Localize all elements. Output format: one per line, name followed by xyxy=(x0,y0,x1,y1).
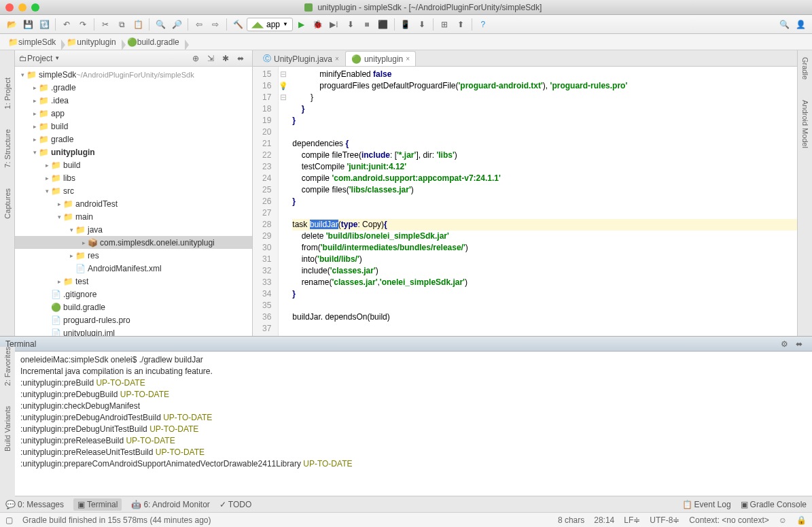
tree-node[interactable]: ▾📁simpleSdk ~/AndroidPluginForUnity/simp… xyxy=(15,68,252,81)
attach-icon[interactable]: ⬇ xyxy=(343,17,358,32)
left-tool-tabs: 1: Project 7: Structure Captures xyxy=(0,50,15,336)
cut-icon[interactable]: ✂ xyxy=(98,17,113,32)
tab-android-monitor[interactable]: 🤖 6: Android Monitor xyxy=(131,500,209,509)
status-line-ending[interactable]: LF≑ xyxy=(624,515,640,525)
tree-node[interactable]: 📄AndroidManifest.xml xyxy=(15,262,252,275)
tree-node[interactable]: ▾📁java xyxy=(15,223,252,236)
find-icon[interactable]: 🔍 xyxy=(153,17,168,32)
fold-column[interactable]: ⊟💡⊟ xyxy=(279,67,288,336)
replace-icon[interactable]: 🔎 xyxy=(169,17,184,32)
close-tab-icon[interactable]: × xyxy=(335,55,339,63)
stop-icon[interactable]: ■ xyxy=(359,17,374,32)
tree-node[interactable]: ▸📁build xyxy=(15,158,252,171)
terminal-output[interactable]: oneleideiMac:simpleSdk onelei$ ./gradlew… xyxy=(15,352,812,496)
project-tree[interactable]: ▾📁simpleSdk ~/AndroidPluginForUnity/simp… xyxy=(15,67,252,336)
collapse-icon[interactable]: ⇲ xyxy=(203,51,218,66)
tab-messages[interactable]: 💬 0: Messages xyxy=(5,500,64,509)
tab-project[interactable]: 1: Project xyxy=(3,78,12,109)
tab-todo[interactable]: ✓ TODO xyxy=(219,500,251,509)
tree-node[interactable]: 🟢build.gradle xyxy=(15,301,252,313)
debug-icon[interactable]: 🐞 xyxy=(311,17,325,32)
back-icon[interactable]: ⇦ xyxy=(192,17,207,32)
tree-node[interactable]: 📄.gitignore xyxy=(15,288,252,301)
tree-node[interactable]: ▾📁src xyxy=(15,184,252,197)
close-tab-icon[interactable]: × xyxy=(406,55,410,63)
tree-node[interactable]: ▸📁.gradle xyxy=(15,81,252,94)
tab-gradle[interactable]: Gradle xyxy=(801,57,809,80)
lock-icon[interactable]: 🔒 xyxy=(796,515,807,525)
undo-icon[interactable]: ↶ xyxy=(59,17,74,32)
code-source[interactable]: minifyEnabled false proguardFiles getDef… xyxy=(288,67,797,336)
right-tool-tabs: Gradle Android Model xyxy=(797,50,812,336)
status-context[interactable]: Context: <no context> xyxy=(689,515,769,525)
tab-android-model[interactable]: Android Model xyxy=(801,100,809,148)
run-config-select[interactable]: ◢◣ app ▼ xyxy=(247,18,293,31)
run-icon[interactable]: ▶ xyxy=(294,17,309,32)
breadcrumb-bar: 📁 simpleSdk 📁 unityplugin 🟢 build.gradle xyxy=(0,34,812,50)
tree-node[interactable]: ▸📁gradle xyxy=(15,133,252,146)
gear-icon[interactable]: ⚙ xyxy=(777,337,792,352)
status-caret-pos[interactable]: 28:14 xyxy=(594,515,614,525)
search-everywhere-icon[interactable]: 🔍 xyxy=(777,17,792,32)
forward-icon[interactable]: ⇨ xyxy=(208,17,223,32)
tab-terminal[interactable]: ▣ Terminal xyxy=(73,498,122,511)
save-icon[interactable]: 💾 xyxy=(20,17,35,32)
editor-tabs: ⒸUnityPlugin.java×🟢unityplugin× xyxy=(253,50,797,67)
tab-structure[interactable]: 7: Structure xyxy=(3,129,12,168)
editor-tab[interactable]: 🟢unityplugin× xyxy=(345,51,416,66)
breadcrumb-item[interactable]: 🟢 build.gradle xyxy=(123,37,186,47)
tree-node[interactable]: 📄unityplugin.iml xyxy=(15,326,252,336)
hide-icon[interactable]: ⬌ xyxy=(233,51,248,66)
tree-node[interactable]: ▸📁androidTest xyxy=(15,197,252,210)
tree-node[interactable]: ▸📁libs xyxy=(15,171,252,184)
tree-node[interactable]: ▸📦com.simplesdk.onelei.unityplugi xyxy=(15,236,252,249)
editor-area: ⒸUnityPlugin.java×🟢unityplugin× 15161718… xyxy=(253,50,797,336)
breadcrumb-item[interactable]: 📁 simpleSdk xyxy=(4,37,63,47)
tree-node[interactable]: 📄proguard-rules.pro xyxy=(15,313,252,326)
avd-icon[interactable]: 📱 xyxy=(398,17,413,32)
zoom-window-button[interactable] xyxy=(31,3,39,12)
settings-icon[interactable]: ✱ xyxy=(218,51,233,66)
breadcrumb-item[interactable]: 📁 unityplugin xyxy=(63,37,122,47)
hide-terminal-icon[interactable]: ⬌ xyxy=(792,337,807,352)
terminal-panel: Terminal ⚙ ⬌ + × oneleideiMac:simpleSdk … xyxy=(0,336,812,496)
copy-icon[interactable]: ⧉ xyxy=(114,17,129,32)
open-icon[interactable]: 📂 xyxy=(4,17,19,32)
tree-node[interactable]: ▾📁unityplugin xyxy=(15,146,252,158)
run-coverage-icon[interactable]: ▶⁞ xyxy=(327,17,342,32)
sync-icon[interactable]: 🔃 xyxy=(37,17,52,32)
user-icon[interactable]: 👤 xyxy=(793,17,808,32)
sdk-icon[interactable]: ⬇ xyxy=(414,17,429,32)
tab-event-log[interactable]: 📋 Event Log xyxy=(682,500,731,509)
tab-build-variants[interactable]: Build Variants xyxy=(3,406,12,452)
minimize-window-button[interactable] xyxy=(18,3,27,12)
layout-icon[interactable]: ⊞ xyxy=(437,17,452,32)
tree-node[interactable]: ▸📁build xyxy=(15,120,252,133)
tree-node[interactable]: ▸📁res xyxy=(15,249,252,262)
structure-icon[interactable]: ⬆ xyxy=(453,17,468,32)
tab-gradle-console[interactable]: ▣ Gradle Console xyxy=(741,500,807,509)
status-encoding[interactable]: UTF-8≑ xyxy=(650,515,679,525)
editor-tab[interactable]: ⒸUnityPlugin.java× xyxy=(257,51,345,66)
tab-favorites[interactable]: 2: Favorites xyxy=(3,347,12,386)
status-chars: 8 chars xyxy=(558,515,584,525)
redo-icon[interactable]: ↷ xyxy=(75,17,90,32)
bottom-tool-tabs: 💬 0: Messages ▣ Terminal 🤖 6: Android Mo… xyxy=(0,496,812,512)
line-gutter[interactable]: 1516171819202122232425262728293031323334… xyxy=(253,67,279,336)
tree-node[interactable]: ▸📁.idea xyxy=(15,94,252,107)
scroll-from-icon[interactable]: ⊕ xyxy=(188,51,203,66)
status-message: Gradle build finished in 15s 578ms (44 m… xyxy=(22,515,211,525)
main-toolbar: 📂 💾 🔃 ↶ ↷ ✂ ⧉ 📋 🔍 🔎 ⇦ ⇨ 🔨 ◢◣ app ▼ ▶ 🐞 ▶… xyxy=(0,15,812,34)
tree-node[interactable]: ▾📁main xyxy=(15,210,252,223)
tree-node[interactable]: ▸📁test xyxy=(15,275,252,288)
stop2-icon[interactable]: ⬛ xyxy=(376,17,391,32)
help-icon[interactable]: ? xyxy=(476,17,491,32)
project-view-select[interactable]: Project xyxy=(27,54,52,63)
paste-icon[interactable]: 📋 xyxy=(130,17,145,32)
status-inspector[interactable]: ☺ xyxy=(779,515,787,525)
make-icon[interactable]: 🔨 xyxy=(230,17,245,32)
tree-node[interactable]: ▸📁app xyxy=(15,107,252,120)
svg-rect-0 xyxy=(304,3,313,12)
close-window-button[interactable] xyxy=(5,3,14,12)
tab-captures[interactable]: Captures xyxy=(3,188,12,219)
